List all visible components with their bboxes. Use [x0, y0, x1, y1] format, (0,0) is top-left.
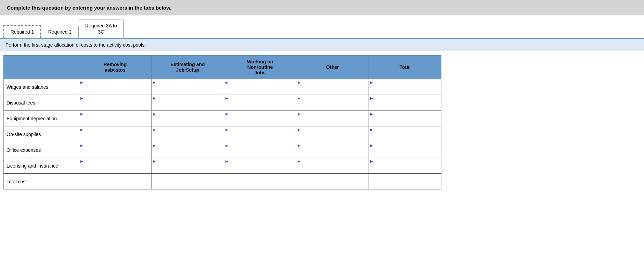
- input-equipment-depreciation-estimating_job_setup[interactable]: [152, 111, 224, 126]
- cell-disposal-fees-other[interactable]: ▶: [296, 95, 369, 111]
- input-arrow-icon: ▶: [153, 81, 156, 84]
- cell-on-site-supplies-nonroutine_jobs[interactable]: ▶: [224, 126, 296, 142]
- cell-on-site-supplies-removing_asbestos[interactable]: ▶: [79, 126, 152, 142]
- input-licensing-and-insurance-other[interactable]: [296, 158, 369, 173]
- input-arrow-icon: ▶: [370, 159, 373, 163]
- cell-wages-and-salaries-nonroutine_jobs[interactable]: ▶: [224, 79, 296, 95]
- col-header-other: Other: [296, 56, 369, 79]
- input-office-expenses-removing_asbestos[interactable]: [79, 142, 151, 158]
- cell-wages-and-salaries-other[interactable]: ▶: [296, 79, 369, 95]
- col-header-nonroutine-jobs: Working onNonroutineJobs: [224, 56, 296, 79]
- cell-wages-and-salaries-removing_asbestos[interactable]: ▶: [79, 79, 152, 95]
- input-wages-and-salaries-total[interactable]: [369, 79, 441, 95]
- input-arrow-icon: ▶: [80, 144, 83, 147]
- input-disposal-fees-nonroutine_jobs[interactable]: [224, 95, 296, 110]
- cell-equipment-depreciation-total[interactable]: ▶: [369, 111, 441, 126]
- cell-equipment-depreciation-nonroutine_jobs[interactable]: ▶: [224, 111, 296, 126]
- input-on-site-supplies-total[interactable]: [369, 126, 441, 142]
- input-equipment-depreciation-nonroutine_jobs[interactable]: [224, 111, 296, 126]
- table-row: Licensing and insurance▶▶▶▶▶: [4, 158, 441, 174]
- cell-equipment-depreciation-estimating_job_setup[interactable]: ▶: [151, 111, 224, 126]
- input-disposal-fees-estimating_job_setup[interactable]: [152, 95, 224, 110]
- cell-on-site-supplies-total[interactable]: ▶: [369, 126, 441, 142]
- input-arrow-icon: ▶: [226, 112, 228, 116]
- cell-office-expenses-estimating_job_setup[interactable]: ▶: [151, 142, 224, 158]
- input-office-expenses-nonroutine_jobs[interactable]: [224, 142, 296, 158]
- cell-total-cost-other[interactable]: [296, 174, 369, 189]
- input-arrow-icon: ▶: [226, 144, 228, 147]
- cell-office-expenses-nonroutine_jobs[interactable]: ▶: [224, 142, 296, 158]
- cell-office-expenses-total[interactable]: ▶: [369, 142, 441, 158]
- input-licensing-and-insurance-nonroutine_jobs[interactable]: [224, 158, 296, 173]
- tab-required-3a-3c[interactable]: Required 3A to3C: [79, 20, 124, 38]
- input-disposal-fees-other[interactable]: [296, 95, 369, 110]
- cell-licensing-and-insurance-other[interactable]: ▶: [296, 158, 369, 174]
- table-row: Disposal fees▶▶▶▶▶: [4, 95, 441, 111]
- input-on-site-supplies-removing_asbestos[interactable]: [79, 126, 151, 142]
- input-licensing-and-insurance-removing_asbestos[interactable]: [79, 158, 151, 173]
- cell-licensing-and-insurance-estimating_job_setup[interactable]: ▶: [151, 158, 224, 174]
- input-arrow-icon: ▶: [370, 144, 373, 147]
- cell-equipment-depreciation-removing_asbestos[interactable]: ▶: [79, 111, 152, 126]
- cell-licensing-and-insurance-removing_asbestos[interactable]: ▶: [79, 158, 152, 174]
- input-equipment-depreciation-removing_asbestos[interactable]: [79, 111, 151, 126]
- instruction-bar: Perform the first-stage allocation of co…: [0, 39, 644, 51]
- input-disposal-fees-total[interactable]: [369, 95, 441, 110]
- input-wages-and-salaries-nonroutine_jobs[interactable]: [224, 79, 296, 95]
- input-wages-and-salaries-estimating_job_setup[interactable]: [152, 79, 224, 95]
- input-office-expenses-total[interactable]: [369, 142, 441, 158]
- cell-licensing-and-insurance-total[interactable]: ▶: [369, 158, 441, 174]
- cell-wages-and-salaries-total[interactable]: ▶: [369, 79, 441, 95]
- tab-required-2[interactable]: Required 2: [41, 26, 79, 38]
- input-wages-and-salaries-removing_asbestos[interactable]: [79, 79, 151, 95]
- cell-total-cost-nonroutine_jobs[interactable]: [224, 174, 296, 189]
- input-total-cost-nonroutine_jobs[interactable]: [224, 174, 296, 189]
- input-licensing-and-insurance-estimating_job_setup[interactable]: [152, 158, 224, 173]
- col-header-total: Total: [369, 56, 441, 79]
- input-arrow-icon: ▶: [370, 128, 373, 132]
- input-equipment-depreciation-total[interactable]: [369, 111, 441, 126]
- cell-disposal-fees-total[interactable]: ▶: [369, 95, 441, 111]
- input-arrow-icon: ▶: [226, 81, 228, 84]
- cell-licensing-and-insurance-nonroutine_jobs[interactable]: ▶: [224, 158, 296, 174]
- cell-disposal-fees-nonroutine_jobs[interactable]: ▶: [224, 95, 296, 111]
- cell-on-site-supplies-estimating_job_setup[interactable]: ▶: [151, 126, 224, 142]
- cell-total-cost-removing_asbestos[interactable]: [79, 174, 152, 189]
- tab-required-1[interactable]: Required 1: [3, 25, 41, 38]
- cell-on-site-supplies-other[interactable]: ▶: [296, 126, 369, 142]
- cell-wages-and-salaries-estimating_job_setup[interactable]: ▶: [151, 79, 224, 95]
- row-label: Total cost: [4, 174, 79, 189]
- cell-office-expenses-removing_asbestos[interactable]: ▶: [79, 142, 152, 158]
- table-row: Office expenses▶▶▶▶▶: [4, 142, 441, 158]
- input-arrow-icon: ▶: [80, 81, 83, 84]
- input-arrow-icon: ▶: [298, 159, 300, 163]
- input-arrow-icon: ▶: [370, 96, 373, 100]
- input-on-site-supplies-nonroutine_jobs[interactable]: [224, 126, 296, 142]
- cell-total-cost-total[interactable]: [369, 174, 441, 189]
- row-label: Wages and salaries: [4, 79, 79, 95]
- input-total-cost-other[interactable]: [296, 174, 369, 189]
- table-row: Equipment depreciation▶▶▶▶▶: [4, 111, 441, 126]
- cell-equipment-depreciation-other[interactable]: ▶: [296, 111, 369, 126]
- input-wages-and-salaries-other[interactable]: [296, 79, 369, 95]
- input-arrow-icon: ▶: [80, 128, 83, 132]
- tabs-container: Required 1 Required 2 Required 3A to3C: [0, 15, 644, 39]
- input-arrow-icon: ▶: [226, 96, 228, 100]
- input-on-site-supplies-other[interactable]: [296, 126, 369, 142]
- input-licensing-and-insurance-total[interactable]: [369, 158, 441, 173]
- cell-office-expenses-other[interactable]: ▶: [296, 142, 369, 158]
- input-equipment-depreciation-other[interactable]: [296, 111, 369, 126]
- cell-total-cost-estimating_job_setup[interactable]: [151, 174, 224, 189]
- cell-disposal-fees-removing_asbestos[interactable]: ▶: [79, 95, 152, 111]
- cell-disposal-fees-estimating_job_setup[interactable]: ▶: [151, 95, 224, 111]
- input-disposal-fees-removing_asbestos[interactable]: [79, 95, 151, 110]
- input-total-cost-estimating_job_setup[interactable]: [152, 174, 224, 189]
- table-row: On-site supplies▶▶▶▶▶: [4, 126, 441, 142]
- input-on-site-supplies-estimating_job_setup[interactable]: [152, 126, 224, 142]
- input-office-expenses-estimating_job_setup[interactable]: [152, 142, 224, 158]
- input-total-cost-total[interactable]: [369, 174, 441, 189]
- input-arrow-icon: ▶: [370, 81, 373, 84]
- input-office-expenses-other[interactable]: [296, 142, 369, 158]
- input-total-cost-removing_asbestos[interactable]: [79, 174, 151, 189]
- header-instruction: Complete this question by entering your …: [0, 0, 644, 15]
